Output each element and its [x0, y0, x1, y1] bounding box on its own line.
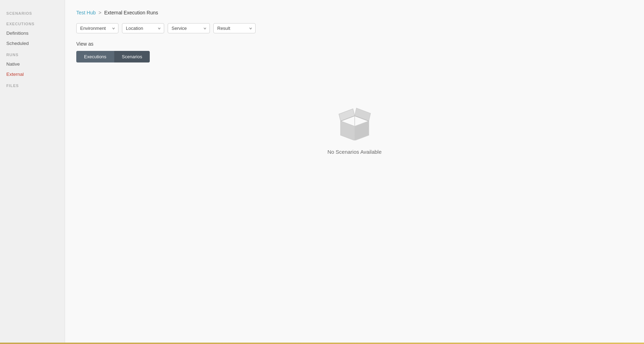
result-filter[interactable]: Result	[213, 23, 256, 33]
view-toggle-group: Executions Scenarios	[76, 51, 633, 62]
svg-marker-2	[355, 121, 369, 140]
service-filter[interactable]: Service	[168, 23, 210, 33]
empty-state-message: No Scenarios Available	[328, 149, 382, 155]
location-filter[interactable]: Location	[122, 23, 164, 33]
sidebar-item-definitions[interactable]: Definitions	[0, 28, 65, 38]
svg-marker-4	[355, 108, 371, 121]
sidebar: SCENARIOS EXECUTIONS Definitions Schedul…	[0, 0, 65, 344]
environment-filter[interactable]: Environment	[76, 23, 118, 33]
svg-marker-1	[341, 121, 355, 140]
sidebar-item-external[interactable]: External	[0, 69, 65, 79]
executions-toggle-btn[interactable]: Executions	[76, 51, 114, 62]
breadcrumb-separator: >	[98, 10, 101, 15]
svg-marker-3	[339, 109, 355, 121]
sidebar-item-scheduled[interactable]: Scheduled	[0, 38, 65, 48]
sidebar-section-scenarios: SCENARIOS	[0, 7, 65, 18]
sidebar-item-native[interactable]: Native	[0, 59, 65, 69]
empty-state: No Scenarios Available	[76, 74, 633, 183]
empty-box-icon	[334, 102, 376, 142]
breadcrumb: Test Hub > External Execution Runs	[76, 10, 633, 15]
filters-row: Environment Location Service Result	[76, 23, 633, 33]
main-content: Test Hub > External Execution Runs Envir…	[65, 0, 644, 344]
breadcrumb-link[interactable]: Test Hub	[76, 10, 96, 15]
breadcrumb-current: External Execution Runs	[104, 10, 158, 15]
view-as-label: View as	[76, 41, 633, 47]
sidebar-section-executions: EXECUTIONS	[0, 18, 65, 28]
sidebar-section-runs: RUNS	[0, 48, 65, 59]
scenarios-toggle-btn[interactable]: Scenarios	[114, 51, 150, 62]
sidebar-section-files: FILES	[0, 79, 65, 90]
bottom-bar	[0, 343, 644, 344]
